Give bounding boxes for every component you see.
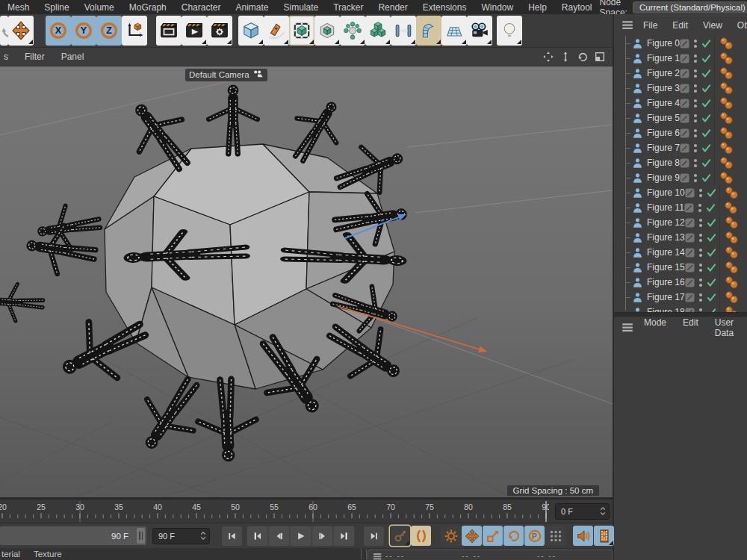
object-row[interactable]: Figure 2 xyxy=(614,66,747,81)
volume-builder-button[interactable] xyxy=(365,16,391,46)
viewport-menu-panel[interactable]: Panel xyxy=(53,52,93,62)
object-name[interactable]: Figure 7 xyxy=(647,143,680,153)
visibility-dots-icon[interactable] xyxy=(697,202,703,214)
object-row[interactable]: Figure 10 xyxy=(614,185,747,200)
object-tags[interactable] xyxy=(714,125,747,140)
visibility-dots-icon[interactable] xyxy=(692,158,698,169)
object-tags[interactable] xyxy=(719,230,747,245)
timeline-ruler[interactable]: 202530354045505560657075808590 xyxy=(0,501,549,522)
object-name[interactable]: Figure 6 xyxy=(647,128,680,138)
menu-mesh[interactable]: Mesh xyxy=(0,2,37,13)
om-menu-edit[interactable]: Edit xyxy=(665,20,695,31)
layer-toggle-icon[interactable] xyxy=(680,84,689,93)
viewport-menu-s[interactable]: s xyxy=(0,52,16,62)
subdivision-surface-button[interactable] xyxy=(289,16,314,46)
record-pla-toggle[interactable] xyxy=(545,526,565,546)
coordinate-system-button[interactable] xyxy=(122,16,147,46)
menu-volume[interactable]: Volume xyxy=(77,2,122,13)
om-menu-view[interactable]: View xyxy=(695,20,730,31)
object-row[interactable]: Figure 17 xyxy=(614,290,747,305)
object-name[interactable]: Figure 9 xyxy=(647,172,680,183)
keyframe-selection-button[interactable] xyxy=(441,526,461,546)
undo-button-partial[interactable] xyxy=(0,16,8,46)
layer-toggle-icon[interactable] xyxy=(685,248,695,258)
layer-toggle-icon[interactable] xyxy=(680,158,689,168)
generator-button[interactable] xyxy=(314,16,340,46)
enabled-check-icon[interactable] xyxy=(701,54,711,63)
spinner-arrows-icon[interactable] xyxy=(599,505,607,517)
spinner-arrows-icon[interactable] xyxy=(199,530,207,541)
visibility-dots-icon[interactable] xyxy=(692,143,698,154)
object-row[interactable]: Figure 4 xyxy=(614,96,747,111)
object-row[interactable]: Figure 15 xyxy=(614,260,747,275)
enabled-check-icon[interactable] xyxy=(701,99,711,108)
enabled-check-icon[interactable] xyxy=(701,128,711,138)
am-menu-edit[interactable]: Edit xyxy=(675,317,707,338)
layer-toggle-icon[interactable] xyxy=(680,173,689,183)
visibility-dots-icon[interactable] xyxy=(692,98,698,109)
vp-rotate-icon[interactable] xyxy=(576,50,589,63)
object-tags[interactable] xyxy=(714,155,747,170)
object-name[interactable]: Figure 0 xyxy=(647,38,680,49)
menu-help[interactable]: Help xyxy=(521,2,554,13)
object-name[interactable]: Figure 4 xyxy=(647,98,680,108)
play-button[interactable] xyxy=(291,526,311,546)
visibility-dots-icon[interactable] xyxy=(698,262,704,273)
viewport-menu-filter[interactable]: Filter xyxy=(16,52,53,62)
render-picture-viewer-button[interactable] xyxy=(182,16,207,46)
spline-pen-button[interactable] xyxy=(264,16,289,46)
symmetry-button[interactable] xyxy=(391,16,416,46)
object-tags[interactable] xyxy=(719,185,747,200)
prev-frame-button[interactable] xyxy=(269,526,289,546)
enabled-check-icon[interactable] xyxy=(701,143,711,153)
object-tags[interactable] xyxy=(714,51,747,66)
visibility-dots-icon[interactable] xyxy=(692,38,698,49)
enabled-check-icon[interactable] xyxy=(701,173,711,183)
menu-animate[interactable]: Animate xyxy=(228,2,276,13)
object-name[interactable]: Figure 3 xyxy=(647,83,680,93)
object-tags[interactable] xyxy=(714,96,747,111)
autokey-toggle[interactable] xyxy=(411,526,431,546)
y-axis-lock-button[interactable]: Y xyxy=(71,16,96,46)
enabled-check-icon[interactable] xyxy=(701,158,711,168)
render-preview-toggle[interactable] xyxy=(594,526,614,546)
object-tags[interactable] xyxy=(714,111,747,125)
layer-toggle-icon[interactable] xyxy=(684,203,694,213)
hamburger-menu-icon[interactable] xyxy=(622,19,634,31)
camera-label[interactable]: Default Camera xyxy=(185,69,267,81)
prev-key-button[interactable] xyxy=(247,526,267,546)
object-tags[interactable] xyxy=(714,36,747,51)
object-row[interactable]: Figure 0 xyxy=(614,36,747,51)
preview-range-slider[interactable]: 90 F xyxy=(0,526,146,545)
am-menu-mode[interactable]: Mode xyxy=(636,317,675,338)
enabled-check-icon[interactable] xyxy=(701,69,711,78)
am-menu-user-data[interactable]: User Data xyxy=(707,317,747,338)
object-row[interactable]: Figure 6 xyxy=(614,125,747,140)
material-menu-texture[interactable]: Texture xyxy=(34,550,62,559)
menu-mograph[interactable]: MoGraph xyxy=(122,2,174,13)
object-row[interactable]: Figure 11 xyxy=(614,200,747,215)
object-row[interactable]: Figure 12 xyxy=(614,215,747,230)
move-tool-button[interactable] xyxy=(8,16,34,46)
visibility-dots-icon[interactable] xyxy=(698,292,704,303)
layer-toggle-icon[interactable] xyxy=(685,188,695,198)
vp-zoom-icon[interactable] xyxy=(559,50,572,63)
object-tags[interactable] xyxy=(719,290,747,305)
current-frame-spinner[interactable]: 0 F xyxy=(555,503,610,520)
object-name[interactable]: Figure 18 xyxy=(647,307,685,312)
object-row[interactable]: Figure 18 xyxy=(614,305,747,312)
end-frame-spinner[interactable]: 90 F xyxy=(152,528,210,544)
enabled-check-icon[interactable] xyxy=(707,248,716,258)
object-name[interactable]: Figure 11 xyxy=(647,202,684,213)
visibility-dots-icon[interactable] xyxy=(692,83,698,94)
enabled-check-icon[interactable] xyxy=(707,233,716,243)
object-tags[interactable] xyxy=(719,245,747,260)
visibility-dots-icon[interactable] xyxy=(698,277,704,288)
bend-deformer-button[interactable] xyxy=(416,16,441,46)
enabled-check-icon[interactable] xyxy=(707,308,716,313)
vp-pan-icon[interactable] xyxy=(542,50,555,63)
skip-start-button[interactable] xyxy=(222,526,242,546)
sound-toggle[interactable] xyxy=(573,526,593,546)
object-name[interactable]: Figure 15 xyxy=(647,262,685,273)
layer-toggle-icon[interactable] xyxy=(685,293,695,302)
